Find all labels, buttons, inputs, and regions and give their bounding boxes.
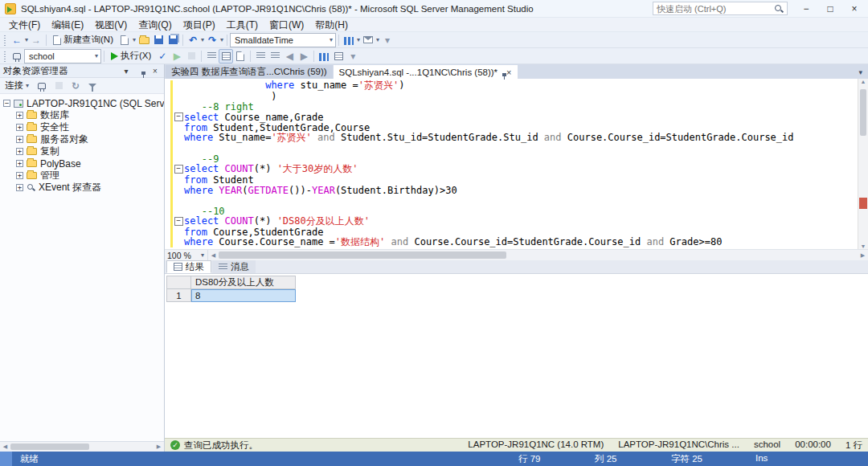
uncomment-icon[interactable] [268, 49, 282, 63]
feedback-icon[interactable] [361, 33, 375, 47]
expand-icon[interactable]: + [16, 148, 23, 155]
grid-column-header[interactable]: DS80分及以上人数 [191, 276, 296, 289]
undo-icon[interactable]: ↶ [186, 33, 200, 47]
expand-icon[interactable]: + [16, 112, 23, 119]
scrollbar-thumb[interactable] [219, 251, 506, 259]
editor-line[interactable]: select COUNT(*) 'DS80分及以上人数' [165, 216, 858, 227]
tree-item-xevent-profiler[interactable]: +XEvent 探查器 [0, 182, 164, 194]
refresh-icon[interactable]: ↻ [68, 79, 83, 93]
zoom-select[interactable]: 100 % ▾ [165, 250, 208, 261]
navigate-forward-icon[interactable]: → [29, 33, 43, 47]
quick-launch-search[interactable] [653, 2, 788, 15]
results-to-grid-icon[interactable] [219, 49, 233, 63]
menu-item[interactable]: 项目(P) [178, 18, 221, 32]
grid-row-header[interactable]: 1 [167, 289, 191, 302]
database-combo[interactable]: school ▾ [24, 49, 101, 63]
editor-vertical-scrollbar[interactable]: ▲ ▼ [858, 79, 868, 249]
expand-icon[interactable]: + [16, 184, 23, 191]
toolbar-grip[interactable] [3, 51, 6, 62]
tree-item-server-objects[interactable]: +服务器对象 [0, 133, 164, 145]
scroll-left-icon[interactable]: ◀ [0, 444, 10, 450]
editor-line[interactable]: where Stu_name='苏贤兴' and Student.Stu_id=… [165, 133, 858, 143]
editor-code[interactable]: where stu_name ='苏贤兴') ) --8 rightselect… [165, 79, 858, 249]
menu-item[interactable]: 查询(Q) [133, 18, 177, 32]
scroll-up-icon[interactable]: ▲ [858, 79, 868, 84]
results-to-text-icon[interactable] [204, 49, 219, 63]
maximize-button[interactable]: □ [818, 1, 842, 17]
tab-results[interactable]: 结果 [166, 260, 211, 273]
stop-icon[interactable] [184, 49, 199, 63]
menu-item[interactable]: 窗口(W) [264, 18, 309, 32]
scrollbar-thumb[interactable] [10, 444, 89, 450]
editor-line[interactable]: select COUNT(*) '大于30岁的人数' [165, 164, 858, 174]
redo-dropdown-icon[interactable]: ▾ [219, 36, 224, 43]
editor-line[interactable]: select Course_name,Grade [165, 112, 858, 122]
tab-document-active[interactable]: SQLshiyan4.sql -...1Q1NC\Chris (58))* × [334, 65, 518, 79]
stop-icon[interactable] [51, 79, 66, 93]
toolbar-options-icon[interactable]: ▾ [346, 49, 360, 63]
status-character-number[interactable]: 字符 25 [671, 453, 755, 465]
tab-document-inactive[interactable]: 实验四 数据库查询语言...C\Chris (59)) [166, 65, 333, 79]
execute-button[interactable]: 执行(X) [107, 49, 155, 63]
active-files-dropdown-icon[interactable]: ▾ [858, 68, 866, 79]
editor-line[interactable]: ) [165, 91, 858, 101]
increase-indent-icon[interactable]: ▶ [297, 49, 311, 63]
connect-button[interactable]: 连接 ▾ [2, 80, 32, 92]
client-statistics-icon[interactable] [331, 49, 346, 63]
debug-icon[interactable]: ▶ [170, 49, 184, 63]
expand-icon[interactable]: + [16, 124, 23, 131]
status-insert-mode[interactable]: Ins [755, 453, 788, 465]
grid-corner-cell[interactable] [167, 276, 191, 289]
results-to-file-icon[interactable] [233, 49, 248, 63]
save-icon[interactable] [151, 33, 166, 47]
scroll-right-icon[interactable]: ▶ [154, 444, 164, 450]
editor-line[interactable]: --8 right [165, 101, 858, 112]
type-combo-dropdown-icon[interactable]: ▾ [329, 36, 334, 43]
minimize-button[interactable]: − [794, 1, 818, 17]
toolbar-options-icon[interactable]: ▾ [380, 33, 395, 47]
tree-item-security[interactable]: +安全性 [0, 121, 164, 133]
change-connection-icon[interactable] [10, 49, 24, 63]
panel-options-dropdown-icon[interactable]: ▾ [121, 67, 132, 76]
expand-icon[interactable]: + [16, 172, 23, 179]
expand-icon[interactable]: + [16, 136, 23, 143]
fold-collapse-icon[interactable] [173, 216, 184, 227]
editor-line[interactable]: where Course.Course_name ='数据结构' and Cou… [165, 237, 858, 247]
expand-icon[interactable]: + [16, 160, 23, 167]
scrollbar-thumb[interactable] [860, 89, 866, 136]
scroll-right-icon[interactable]: ▶ [858, 252, 868, 259]
decrease-indent-icon[interactable]: ◀ [282, 49, 297, 63]
scroll-down-icon[interactable]: ▼ [858, 243, 868, 249]
object-explorer-horizontal-scrollbar[interactable]: ◀ ▶ [0, 441, 164, 452]
menu-item[interactable]: 文件(F) [3, 18, 46, 32]
tree-item-server-root[interactable]: −LAPTOP-JR91Q1NC (SQL Server 14.0. [0, 97, 164, 109]
save-all-icon[interactable] [166, 33, 180, 47]
status-column-number[interactable]: 列 25 [595, 453, 671, 465]
editor-line[interactable]: where YEAR(GETDATE())-YEAR(Student.Birth… [165, 185, 858, 195]
include-actual-plan-icon[interactable] [317, 49, 331, 63]
collapse-icon[interactable]: − [3, 100, 10, 107]
type-combo[interactable]: SmalldateTime ▾ [230, 33, 336, 47]
database-combo-dropdown-icon[interactable]: ▾ [94, 52, 99, 59]
fold-collapse-icon[interactable] [173, 112, 184, 122]
tab-close-icon[interactable]: × [506, 67, 511, 77]
menu-item[interactable]: 帮助(H) [309, 18, 354, 32]
editor-line[interactable] [165, 195, 858, 206]
parse-icon[interactable]: ✓ [155, 49, 170, 63]
tree-item-management[interactable]: +管理 [0, 170, 164, 182]
scroll-left-icon[interactable]: ◀ [208, 252, 219, 259]
grid-cell[interactable]: 8 [191, 289, 296, 302]
navigate-back-icon[interactable]: ← [10, 33, 24, 47]
editor-horizontal-scrollbar[interactable] [219, 250, 858, 260]
new-query-button[interactable]: 新建查询(N) [49, 33, 117, 47]
disconnect-icon[interactable] [35, 79, 49, 93]
quick-launch-input[interactable] [657, 4, 774, 14]
open-file-icon[interactable] [137, 33, 151, 47]
panel-close-icon[interactable]: × [149, 67, 161, 76]
editor-line[interactable]: where stu_name ='苏贤兴') [165, 80, 858, 91]
menu-item[interactable]: 编辑(E) [46, 18, 89, 32]
filter-icon[interactable] [85, 79, 100, 93]
scrollbar-track[interactable] [10, 442, 154, 452]
menu-item[interactable]: 视图(V) [89, 18, 133, 32]
zoom-dropdown-icon[interactable]: ▾ [200, 251, 205, 259]
